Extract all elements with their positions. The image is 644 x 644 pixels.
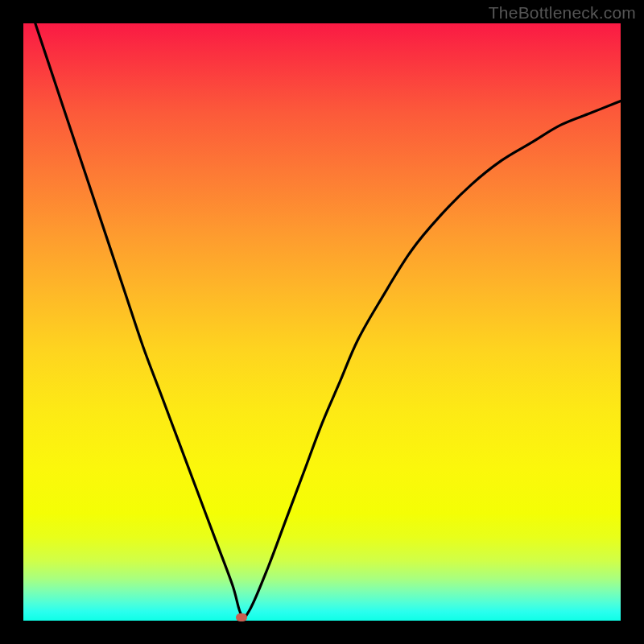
watermark-label: TheBottleneck.com: [489, 3, 636, 23]
minimum-marker-dot: [236, 613, 247, 621]
chart-plot-area: [23, 23, 621, 621]
bottleneck-curve: [23, 23, 621, 621]
